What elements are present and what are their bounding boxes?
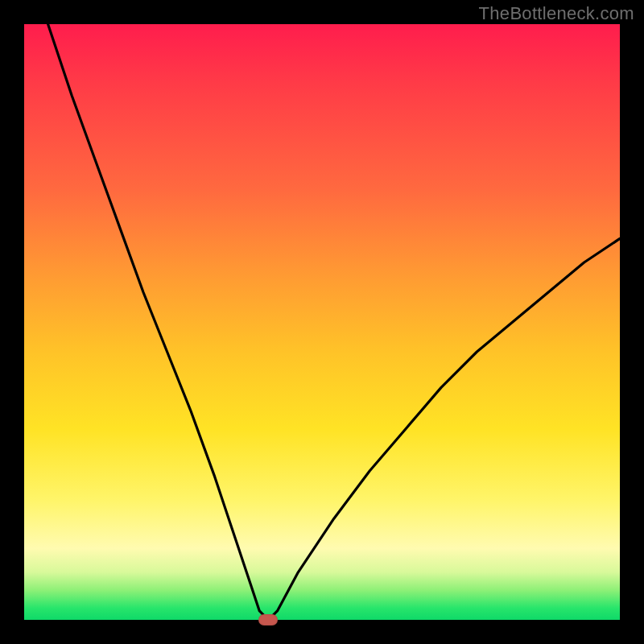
watermark-text: TheBottleneck.com (479, 3, 634, 24)
chart-frame: TheBottleneck.com (0, 0, 644, 644)
plot-area (24, 24, 620, 620)
bottleneck-curve (24, 24, 620, 620)
minimum-marker (258, 614, 278, 625)
